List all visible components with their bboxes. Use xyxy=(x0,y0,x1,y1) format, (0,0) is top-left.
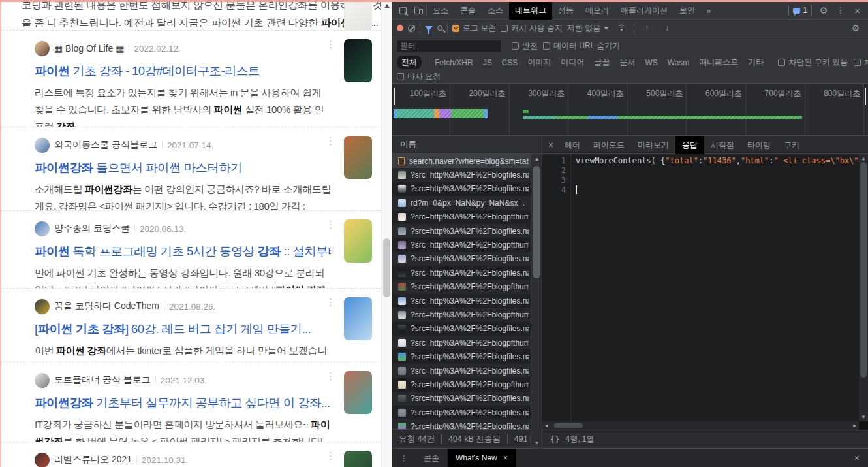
feedback-badge[interactable]: 1 xyxy=(788,5,812,16)
inspect-element-icon[interactable] xyxy=(395,3,411,18)
request-row[interactable]: ?src=http%3A%2F%2Fblogpfthum. xyxy=(392,238,542,251)
result-thumbnail[interactable] xyxy=(344,371,372,414)
request-row[interactable]: ?src=http%3A%2F%2Fblogpfthum. xyxy=(392,378,542,391)
response-editor[interactable]: 1234 viewMoreContents( {"total":"11436",… xyxy=(542,154,868,430)
result-thumbnail[interactable] xyxy=(344,39,372,82)
request-list-scrollbar-thumb[interactable] xyxy=(533,166,540,278)
drawer-tab-console[interactable]: 콘솔 xyxy=(415,453,448,464)
hide-data-urls-checkbox[interactable]: 데이터 URL 숨기기 xyxy=(543,40,620,52)
filter-pill-wasm[interactable]: Wasm xyxy=(663,57,694,69)
blog-author-link[interactable]: 양주종의 코딩스쿨 xyxy=(54,223,130,234)
close-tab-icon[interactable]: × xyxy=(503,449,508,467)
result-menu-icon[interactable]: ⋮ xyxy=(326,451,335,460)
format-braces-icon[interactable]: {} xyxy=(550,435,559,444)
filter-pill-js[interactable]: JS xyxy=(478,57,497,69)
editor-vertical-scrollbar[interactable]: ▲ ▼ xyxy=(859,154,868,421)
request-row[interactable]: ?src=http%3A%2F%2Fblogfiles.nav xyxy=(392,364,542,378)
scroll-up-icon[interactable]: ▲ xyxy=(859,155,868,161)
record-network-log-icon[interactable] xyxy=(397,25,403,31)
result-menu-icon[interactable]: ⋮ xyxy=(326,372,335,381)
blocked-cookies-checkbox[interactable]: 차단된 쿠키 있음 xyxy=(778,57,848,68)
request-row[interactable]: ?src=http%3A%2F%2Fblogfiles.nav xyxy=(392,322,542,336)
invert-filter-checkbox[interactable]: 반전 xyxy=(512,40,538,52)
page-scrollbar[interactable] xyxy=(381,0,392,467)
result-thumbnail[interactable] xyxy=(344,297,372,340)
filter-pill-manifest[interactable]: 매니페스트 xyxy=(694,56,743,69)
clear-network-log-icon[interactable] xyxy=(408,25,415,32)
tab-network[interactable]: 네트워크 xyxy=(509,2,552,20)
scroll-up-arrow-icon[interactable] xyxy=(384,4,390,8)
blocked-requests-checkbox[interactable]: 차단된 요청 xyxy=(854,57,868,68)
filter-pill-ws[interactable]: WS xyxy=(640,57,662,69)
disable-cache-checkbox[interactable]: 캐시 사용 중지 xyxy=(501,23,563,34)
filter-pill-doc[interactable]: 문서 xyxy=(615,56,640,69)
request-row[interactable]: ?src=http%3A%2F%2Fblogfiles.nav xyxy=(392,392,542,406)
detail-tab-preview[interactable]: 미리보기 xyxy=(631,136,675,154)
close-detail-icon[interactable]: × xyxy=(544,140,558,150)
tab-console[interactable]: 콘솔 xyxy=(454,2,482,20)
request-row[interactable]: ?src=http%3A%2F%2Fblogfiles.nav xyxy=(392,224,542,238)
filter-pill-img[interactable]: 이미지 xyxy=(523,56,555,69)
detail-tab-cookies[interactable]: 쿠키 xyxy=(777,136,806,154)
filter-funnel-icon[interactable] xyxy=(425,26,433,31)
result-menu-icon[interactable]: ⋮ xyxy=(326,298,335,307)
filter-pill-other[interactable]: 기타 xyxy=(743,56,768,69)
result-title-link[interactable]: 파이썬 기초 강좌 - 10강#데이터구조-리스트 xyxy=(35,63,331,79)
drawer-close-icon[interactable]: × xyxy=(854,453,868,463)
drawer-tab-whats-new[interactable]: What's New × xyxy=(448,449,516,467)
result-title-link[interactable]: 파이썬강좌 기초부터 실무까지 공부하고 싶다면 이 강좌... xyxy=(35,395,331,411)
filter-input[interactable] xyxy=(397,40,501,52)
filter-pill-css[interactable]: CSS xyxy=(497,57,523,69)
device-toolbar-icon[interactable] xyxy=(411,3,426,18)
request-row[interactable]: ?src=http%3A%2F%2Fblogpfthum. xyxy=(392,308,542,321)
editor-horizontal-scrollbar[interactable]: ◀ ▶ xyxy=(542,421,859,430)
tab-security[interactable]: 보안 xyxy=(674,2,701,20)
filter-pill-fetch-xhr[interactable]: Fetch/XHR xyxy=(430,57,478,69)
overview-left-handle[interactable] xyxy=(394,88,395,105)
tab-sources[interactable]: 소스 xyxy=(482,2,509,20)
detail-tab-response[interactable]: 응답 xyxy=(675,136,704,154)
request-row[interactable]: ?src=http%3A%2F%2Fblogfiles.nav xyxy=(392,182,542,196)
result-thumbnail[interactable] xyxy=(344,0,372,30)
tab-performance[interactable]: 성능 xyxy=(552,2,580,20)
scroll-down-icon[interactable]: ▼ xyxy=(531,440,542,446)
result-title-link[interactable]: [파이썬 기초 강좌] 60강. 레드 버그 잡기 게임 만들기... xyxy=(35,321,331,337)
request-row[interactable]: ?src=http%3A%2F%2Fblogfiles.nav xyxy=(392,266,542,280)
scroll-left-icon[interactable]: ◀ xyxy=(545,423,548,428)
result-menu-icon[interactable]: ⋮ xyxy=(326,220,335,229)
detail-tab-timing[interactable]: 타이밍 xyxy=(741,136,777,154)
tab-memory[interactable]: 메모리 xyxy=(580,2,615,20)
result-title-link[interactable]: 파이썬강좌 들으면서 파이썬 마스터하기 xyxy=(35,159,331,176)
network-conditions-icon[interactable] xyxy=(613,20,629,36)
blog-author-link[interactable]: 꿈을 코딩하다 CodeThem xyxy=(54,300,159,312)
request-row[interactable]: ?src=http%3A%2F%2Fblogpfthum. xyxy=(392,336,542,349)
filter-pill-font[interactable]: 글꼴 xyxy=(589,56,614,69)
request-row[interactable]: ?src=http%3A%2F%2Fblogfiles.nav xyxy=(392,168,542,182)
import-har-icon[interactable]: ↑ xyxy=(639,20,655,36)
page-scrollbar-thumb[interactable] xyxy=(383,238,390,297)
scroll-down-icon[interactable]: ▼ xyxy=(859,414,868,420)
blog-author-link[interactable]: 리벨스튜디오 2021 xyxy=(54,454,132,466)
filter-pill-media[interactable]: 미디어 xyxy=(556,56,589,69)
editor-hscrollbar-thumb[interactable] xyxy=(554,423,583,428)
request-row[interactable]: ?src=http%3A%2F%2Fblogpfthum. xyxy=(392,210,542,224)
filter-pill-all[interactable]: 전체 xyxy=(397,56,422,69)
more-tabs-chevron[interactable]: » xyxy=(701,6,716,16)
request-row[interactable]: ?src=http%3A%2F%2Fblogfiles.nav xyxy=(392,419,542,429)
result-menu-icon[interactable]: ⋮ xyxy=(326,137,335,146)
settings-gear-icon[interactable]: ⚙ xyxy=(816,3,831,18)
blog-author-link[interactable]: 도트플래너 공식 블로그 xyxy=(54,374,151,386)
preserve-log-checkbox[interactable]: 로그 보존 xyxy=(452,23,496,34)
export-har-icon[interactable]: ↓ xyxy=(659,20,675,36)
request-row[interactable]: ?src=http%3A%2F%2Fblogfiles.nav xyxy=(392,349,542,363)
network-overview-timeline[interactable]: 100밀리초200밀리초300밀리초400밀리초500밀리초600밀리초700밀… xyxy=(392,84,868,136)
drawer-menu-icon[interactable]: ⋮ xyxy=(392,453,415,463)
request-list-scrollbar[interactable]: ▲ ▼ xyxy=(531,154,542,448)
blog-author-link[interactable]: 외국어동스쿨 공식블로그 xyxy=(54,139,157,151)
devtools-menu-icon[interactable]: ⋮ xyxy=(833,3,848,18)
request-row[interactable]: ?src=http%3A%2F%2Fblogpfthum. xyxy=(392,280,542,294)
result-title-link[interactable]: 파이썬 독학 프로그래밍 기초 5시간 동영상 강좌 :: 설치부터... xyxy=(35,243,331,259)
editor-scrollbar-thumb[interactable] xyxy=(860,162,867,378)
throttling-dropdown[interactable]: 제한 없음 xyxy=(567,23,609,34)
result-menu-icon[interactable]: ⋮ xyxy=(326,40,335,49)
